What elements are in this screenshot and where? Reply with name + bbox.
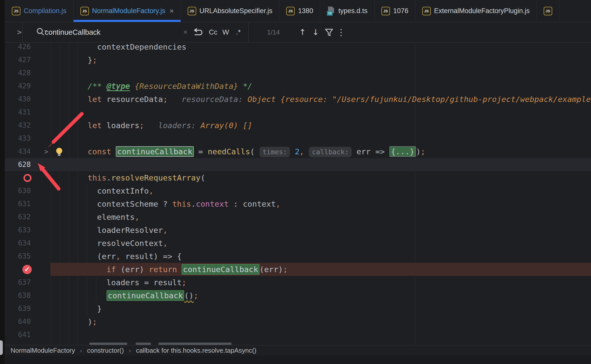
code-line-426[interactable]: 426 contextDependencies	[5, 43, 591, 53]
code-line-640[interactable]: 640);	[5, 315, 591, 328]
code-line[interactable]: ✓ if (err) return continueCallback(err);	[5, 263, 591, 276]
clear-search-icon[interactable]: ×	[181, 26, 190, 39]
line-number[interactable]: 630	[5, 184, 31, 197]
code-text[interactable]: continueCallback();	[88, 289, 198, 302]
code-line-631[interactable]: 631 contextScheme ? this.context : conte…	[5, 197, 591, 210]
words-toggle[interactable]: W	[221, 26, 231, 39]
code-text[interactable]: if (err) return continueCallback(err);	[88, 263, 288, 276]
line-number[interactable]: 637	[5, 276, 31, 289]
line-number[interactable]: 632	[5, 210, 31, 224]
breadcrumb-item[interactable]: constructor()	[87, 347, 124, 354]
editor-tab-NormalModuleFactory.js[interactable]: JSNormalModuleFactory.js×	[74, 0, 181, 22]
editor-tab-partial[interactable]: JS	[537, 0, 559, 22]
breadcrumb-item[interactable]: callback for this.hooks.resolve.tapAsync…	[136, 347, 256, 354]
code-text[interactable]: );	[88, 315, 97, 328]
code-text[interactable]: const continueCallback = needCalls( time…	[88, 145, 425, 158]
line-number[interactable]: 430	[5, 93, 31, 106]
folded-code-block[interactable]: {...}	[389, 146, 416, 157]
code-line-641[interactable]: 641	[5, 328, 591, 341]
line-number[interactable]: 428	[5, 66, 31, 80]
line-number[interactable]: 638	[5, 289, 31, 302]
code-token: ,	[116, 252, 121, 261]
line-number[interactable]: 641	[5, 328, 31, 341]
search-input[interactable]: continueCallback	[45, 22, 101, 42]
fold-chevron-icon[interactable]: >	[43, 145, 50, 158]
code-line-428[interactable]: 428	[5, 66, 591, 80]
code-line-427[interactable]: 427};	[5, 53, 591, 66]
code-line-432[interactable]: 432let loaders; loaders: Array(0) []	[5, 119, 591, 132]
code-text[interactable]: loaderResolver,	[88, 224, 168, 237]
code-text[interactable]: let resourceData; resourceData: Object {…	[88, 93, 591, 106]
code-text[interactable]: contextDependencies	[88, 43, 186, 53]
code-text[interactable]: this.resolveRequestArray(	[88, 171, 205, 184]
editor-tab-URLAbsoluteSpecifier.js[interactable]: JSURLAbsoluteSpecifier.js	[181, 0, 280, 22]
code-text[interactable]: elements,	[88, 210, 139, 224]
match-case-toggle[interactable]: Cc	[207, 26, 220, 39]
code-line-633[interactable]: 633 loaderResolver,	[5, 224, 591, 237]
code-line[interactable]: this.resolveRequestArray(	[5, 171, 591, 184]
line-number[interactable]: 631	[5, 197, 31, 210]
code-token: const	[88, 147, 116, 156]
code-token	[144, 121, 158, 130]
next-match-icon[interactable]: ↓	[310, 26, 321, 39]
editor-tab-Compilation.js[interactable]: JSCompilation.js	[5, 0, 74, 22]
line-number[interactable]: 431	[5, 106, 31, 119]
code-line-635[interactable]: 635 (err, result) => {	[5, 250, 591, 263]
editor-tab-types.d.ts[interactable]: TStypes.d.ts	[320, 0, 375, 22]
filter-icon[interactable]	[324, 28, 334, 37]
code-text[interactable]: /** @type {ResourceDataWithData} */	[88, 80, 252, 93]
code-line-639[interactable]: 639 }	[5, 302, 591, 315]
line-number[interactable]: 628	[5, 158, 31, 171]
verified-breakpoint-icon[interactable]: ✓	[22, 265, 32, 274]
breakpoint-icon[interactable]	[23, 174, 31, 182]
code-text[interactable]: }	[88, 302, 102, 315]
code-editor[interactable]: 426 contextDependencies427};428429/** @t…	[5, 43, 591, 345]
code-line-434[interactable]: 434>const continueCallback = needCalls( …	[5, 145, 591, 158]
code-token: /**	[88, 82, 107, 91]
line-number[interactable]: 639	[5, 302, 31, 315]
code-text[interactable]: loaders = result;	[88, 276, 186, 289]
code-line-431[interactable]: 431	[5, 106, 591, 119]
line-number[interactable]: 429	[5, 80, 31, 93]
code-line-638[interactable]: 638 continueCallback();	[5, 289, 591, 302]
code-line-433[interactable]: 433	[5, 132, 591, 145]
code-line-634[interactable]: 634 resolveContext,	[5, 237, 591, 250]
tool-window-handle[interactable]	[0, 340, 3, 355]
code-line-630[interactable]: 630 contextInfo,	[5, 184, 591, 197]
line-number[interactable]: 634	[5, 237, 31, 250]
find-bar: > continueCallback × Cc W .* 1/14 ↑ ↓ ⋮	[5, 22, 591, 43]
editor-tab-ExternalModuleFactoryPlugin.js[interactable]: JSExternalModuleFactoryPlugin.js	[415, 0, 537, 22]
line-number[interactable]: 432	[5, 119, 31, 132]
line-number[interactable]: 433	[5, 132, 31, 145]
editor-tab-1076[interactable]: JS1076	[375, 0, 415, 22]
code-text[interactable]: };	[88, 53, 97, 66]
code-text[interactable]: contextScheme ? this.context : context,	[88, 197, 280, 210]
intention-bulb-icon[interactable]	[55, 147, 64, 157]
line-number[interactable]: 635	[5, 250, 31, 263]
breadcrumb-item[interactable]: NormalModuleFactory	[11, 347, 75, 354]
code-line-637[interactable]: 637 loaders = result;	[5, 276, 591, 289]
code-line-628[interactable]: 628	[5, 158, 591, 171]
line-number[interactable]: 426	[5, 43, 31, 53]
code-line-632[interactable]: 632 elements,	[5, 210, 591, 224]
code-token: context	[196, 199, 229, 208]
close-tab-icon[interactable]: ×	[170, 7, 174, 15]
code-line-430[interactable]: 430let resourceData; resourceData: Objec…	[5, 93, 591, 106]
editor-tab-1380[interactable]: JS1380	[279, 0, 320, 22]
code-text[interactable]: let loaders; loaders: Array(0) []	[88, 119, 252, 132]
line-number[interactable]: 427	[5, 53, 31, 66]
newline-icon[interactable]	[192, 28, 205, 38]
code-token: (	[250, 147, 259, 156]
code-text[interactable]: contextInfo,	[88, 184, 153, 197]
more-options-icon[interactable]: ⋮	[337, 26, 346, 39]
previous-match-icon[interactable]: ↑	[297, 26, 308, 39]
code-text[interactable]: (err, result) => {	[88, 250, 182, 263]
js-file-icon: JS	[80, 7, 89, 15]
line-number[interactable]: 633	[5, 224, 31, 237]
line-number[interactable]: 434	[5, 145, 31, 158]
line-number[interactable]: 640	[5, 315, 31, 328]
regex-toggle[interactable]: .*	[232, 26, 244, 39]
code-token	[304, 147, 309, 156]
code-text[interactable]: resolveContext,	[88, 237, 168, 250]
code-line-429[interactable]: 429/** @type {ResourceDataWithData} */	[5, 80, 591, 93]
